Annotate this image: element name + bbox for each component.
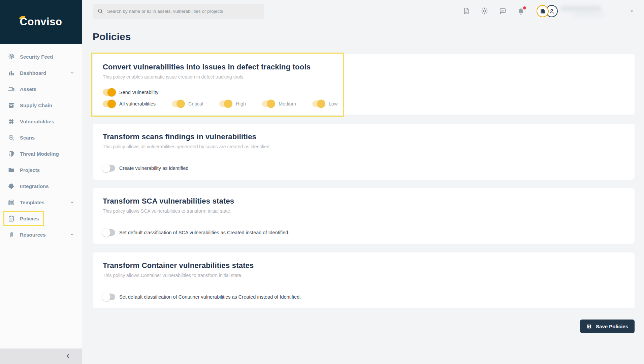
box-icon [7, 101, 15, 109]
search-input[interactable] [107, 9, 259, 14]
toggle-switch[interactable] [103, 165, 115, 172]
sidebar-item-label: Vulnerabilities [20, 119, 54, 124]
card-subtitle: This policy allows SCA vulnerabilities t… [103, 208, 624, 214]
card-title: Transform Container vulnerabilities stat… [103, 261, 624, 270]
sidebar-item-assets[interactable]: Assets [0, 81, 82, 97]
toggle-label: Low [329, 101, 338, 107]
toggle-label: Send Vulnerability [119, 90, 158, 95]
toggle-row: Set default classification of Container … [103, 294, 624, 300]
toggle-label: Critical [188, 101, 203, 107]
toggle-switch[interactable] [103, 89, 115, 96]
sidebar: Conviso Security Feed [0, 0, 82, 364]
toggle-switch[interactable] [219, 100, 232, 107]
sidebar-item-label: Security Feed [20, 54, 53, 60]
clipboard-icon [7, 215, 15, 222]
sidebar-item-label: Scans [20, 135, 35, 141]
policy-card-defect-tracking: Convert vulnerabilities into issues in d… [93, 54, 635, 115]
toggle-switch[interactable] [103, 294, 115, 300]
toggle-switch[interactable] [262, 100, 275, 107]
chevron-left-icon[interactable] [65, 353, 71, 359]
sidebar-item-supply-chain[interactable]: Supply Chain [0, 97, 82, 113]
conviso-logo: Conviso [20, 16, 62, 28]
sidebar-nav: Security Feed Dashboard [0, 44, 82, 243]
toggle-switch[interactable] [103, 229, 115, 236]
user-menu[interactable] [537, 4, 604, 18]
toggle-container-default-classification: Set default classification of Container … [103, 294, 301, 300]
sidebar-item-label: Resources [20, 232, 46, 238]
chevron-down-icon[interactable] [70, 200, 74, 205]
toggle-high: High [219, 100, 246, 107]
toggle-all-vulnerabilities: All vulnerabilities [103, 100, 156, 107]
global-search[interactable] [93, 4, 264, 19]
chat-icon[interactable] [499, 7, 507, 15]
sidebar-item-label: Threat Modeling [20, 151, 59, 157]
sidebar-item-scans[interactable]: Scans [0, 129, 82, 146]
page-title: Policies [93, 31, 635, 42]
bandage-icon [7, 118, 15, 125]
topbar-actions [452, 4, 635, 18]
toggle-label: Create vulnerability as identified [119, 165, 189, 171]
sidebar-item-integrations[interactable]: Integrations [0, 178, 82, 194]
chevron-down-icon[interactable] [70, 70, 74, 75]
sidebar-item-templates[interactable]: Templates [0, 194, 82, 210]
sidebar-item-label: Projects [20, 167, 40, 173]
toggle-label: All vulnerabilities [119, 101, 156, 107]
toggle-switch[interactable] [172, 100, 184, 107]
sidebar-item-label: Templates [20, 200, 44, 205]
toggle-switch[interactable] [103, 100, 115, 107]
main-content: Policies Convert vulnerabilities into is… [82, 0, 644, 364]
toggle-row: All vulnerabilities Critical High Medium… [103, 100, 624, 107]
toggle-row: Set default classification of SCA vulner… [103, 229, 624, 236]
card-title: Transform SCA vulnerabilities states [103, 197, 624, 206]
sidebar-item-label: Integrations [20, 183, 49, 189]
toggle-sca-default-classification: Set default classification of SCA vulner… [103, 229, 289, 236]
topbar [93, 0, 635, 22]
bell-icon[interactable] [517, 7, 525, 15]
sidebar-item-resources[interactable]: Resources [0, 226, 82, 243]
sidebar-item-label: Assets [20, 86, 36, 92]
toggle-critical: Critical [172, 100, 203, 107]
sidebar-item-projects[interactable]: Projects [0, 162, 82, 178]
card-subtitle: This policy allows all vulnerabilities g… [103, 144, 624, 149]
card-subtitle: This policy enables automatic issue crea… [103, 74, 624, 80]
sidebar-item-label: Policies [20, 216, 39, 221]
sidebar-item-label: Dashboard [20, 70, 46, 76]
card-title: Convert vulnerabilities into issues in d… [103, 63, 624, 71]
toggle-row: Send Vulnerability [103, 89, 624, 96]
save-row: Save Policies [93, 320, 635, 333]
toggle-label: Set default classification of Container … [119, 294, 301, 300]
paperclip-icon [7, 231, 15, 238]
toggle-medium: Medium [262, 100, 296, 107]
policy-card-scan-findings: Transform scans findings in vulnerabilit… [93, 124, 635, 180]
sidebar-item-dashboard[interactable]: Dashboard [0, 65, 82, 81]
toggle-row: Create vulnerability as identified [103, 165, 624, 172]
policy-card-container-states: Transform Container vulnerabilities stat… [93, 252, 635, 308]
shield-icon [7, 150, 15, 157]
sidebar-item-vulnerabilities[interactable]: Vulnerabilities [0, 113, 82, 129]
folder-icon [7, 166, 15, 174]
sidebar-item-label: Supply Chain [20, 102, 52, 108]
save-policies-button[interactable]: Save Policies [580, 320, 635, 333]
chevron-down-icon[interactable] [70, 232, 74, 237]
sidebar-item-threat-modeling[interactable]: Threat Modeling [0, 146, 82, 162]
gear-icon[interactable] [481, 7, 489, 15]
notification-badge [523, 6, 526, 9]
card-title: Transform scans findings in vulnerabilit… [103, 132, 624, 141]
chevron-down-icon[interactable] [629, 8, 635, 14]
sidebar-item-security-feed[interactable]: Security Feed [0, 49, 82, 65]
user-name-redacted [561, 4, 604, 18]
logo-block: Conviso [0, 0, 82, 44]
file-icon[interactable] [462, 7, 471, 15]
sidebar-item-policies[interactable]: Policies [0, 210, 82, 226]
broadcast-icon [7, 53, 15, 60]
toggle-send-vulnerability: Send Vulnerability [103, 89, 158, 96]
devices-icon [7, 85, 15, 93]
policy-cards: Convert vulnerabilities into issues in d… [93, 54, 635, 317]
puzzle-icon [7, 182, 15, 190]
toggle-switch[interactable] [312, 100, 325, 107]
scan-search-icon [7, 134, 15, 141]
search-icon [97, 8, 103, 14]
toggle-label: High [236, 101, 246, 107]
toggle-label: Medium [279, 101, 296, 107]
save-icon [586, 324, 592, 329]
